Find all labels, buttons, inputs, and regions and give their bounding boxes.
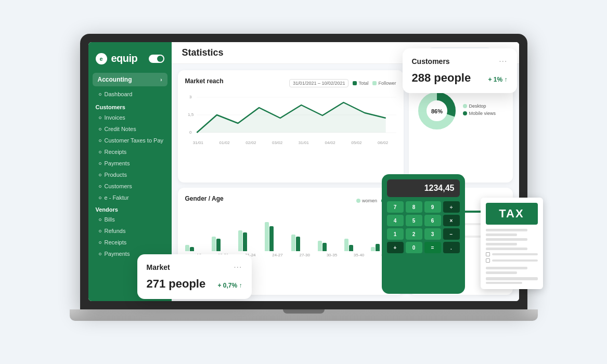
market-reach-chart: 3 1,5 0 bbox=[185, 92, 396, 139]
sidebar-item-invoices[interactable]: Invoices bbox=[88, 112, 172, 123]
sidebar-item-products[interactable]: Products bbox=[88, 169, 172, 180]
laptop-notch bbox=[283, 309, 325, 314]
svg-text:86%: 86% bbox=[431, 108, 442, 114]
calc-btn-7: 7 bbox=[387, 201, 404, 213]
donut-container: 86% Desktop Mobile views bbox=[416, 90, 506, 132]
logo-text: equip bbox=[111, 53, 138, 64]
sidebar-item-payments[interactable]: Payments bbox=[88, 158, 172, 169]
sidebar-item-receipts-vendor[interactable]: Receipts bbox=[88, 237, 172, 248]
sidebar-item-bills[interactable]: Bills bbox=[88, 214, 172, 225]
tax-header: TAX bbox=[486, 203, 538, 225]
bar-chart bbox=[185, 210, 396, 251]
svg-text:3: 3 bbox=[189, 95, 192, 99]
calc-btn-5: 5 bbox=[406, 215, 422, 226]
market-card-change: + 0,7% ↑ bbox=[217, 282, 242, 289]
market-floating-card: Market ··· 271 people + 0,7% ↑ bbox=[137, 254, 252, 299]
sidebar-logo: e equip bbox=[88, 48, 172, 71]
calc-btn-4: 4 bbox=[387, 215, 404, 226]
calc-btn-0: 0 bbox=[406, 242, 422, 253]
svg-text:1,5: 1,5 bbox=[188, 112, 194, 117]
market-card-menu[interactable]: ··· bbox=[234, 263, 242, 272]
dot-icon bbox=[99, 218, 101, 221]
dot-icon bbox=[99, 139, 101, 142]
calculator-illustration: 1234,45 7 8 9 ÷ 4 5 6 × 1 2 3 − + 0 = . bbox=[382, 174, 475, 309]
calc-btn-1: 1 bbox=[387, 228, 404, 240]
tax-line-2 bbox=[486, 233, 517, 236]
dot-icon bbox=[99, 230, 101, 232]
dot-icon bbox=[99, 151, 101, 153]
calc-btn-9: 9 bbox=[424, 201, 441, 213]
sidebar-item-credit-notes[interactable]: Credit Notes bbox=[88, 123, 172, 135]
laptop-base bbox=[70, 309, 538, 321]
donut-legend: Desktop Mobile views bbox=[463, 103, 496, 118]
calc-screen: 1234,45 bbox=[387, 179, 460, 197]
vendors-group-label: Vendors bbox=[88, 203, 172, 214]
calc-btn-6: 6 bbox=[424, 215, 441, 226]
chart-legend: Total Follower bbox=[353, 81, 396, 86]
dot-icon bbox=[99, 128, 101, 131]
dot-icon bbox=[99, 162, 101, 165]
tax-line-1 bbox=[486, 229, 527, 231]
laptop-container: Customers ··· 288 people + 1% ↑ Market ·… bbox=[70, 34, 538, 341]
tax-line-7 bbox=[486, 271, 517, 274]
sidebar-item-dashboard[interactable]: Dashboard bbox=[88, 88, 172, 100]
tax-line-4 bbox=[486, 243, 517, 245]
dot-icon bbox=[99, 241, 101, 244]
tax-checkbox-area bbox=[486, 252, 538, 263]
dot-icon bbox=[99, 185, 101, 188]
logo-icon: e bbox=[96, 53, 107, 64]
customers-group-label: Customers bbox=[88, 100, 172, 112]
market-card-title: Market bbox=[147, 263, 170, 271]
dot-icon bbox=[99, 253, 101, 255]
calc-btn-8: 8 bbox=[406, 201, 422, 213]
tax-line-5 bbox=[486, 248, 527, 250]
customers-card-title: Customers bbox=[412, 57, 450, 66]
calc-btn-3: 3 bbox=[424, 228, 441, 240]
market-card-value: 271 people bbox=[147, 277, 206, 291]
tax-line-6 bbox=[486, 267, 527, 269]
dot-icon bbox=[99, 93, 101, 96]
calc-btn-div: ÷ bbox=[443, 201, 460, 213]
customers-card-menu[interactable]: ··· bbox=[499, 57, 507, 66]
x-axis-labels: 31/0101/0202/0203/02 31/0104/0205/0206/0… bbox=[185, 140, 396, 145]
sidebar-item-efaktur[interactable]: e - Faktur bbox=[88, 192, 172, 203]
page-title: Statistics bbox=[182, 47, 224, 58]
chevron-right-icon: › bbox=[160, 77, 162, 83]
date-range[interactable]: 31/01/2021 – 10/02/2021 bbox=[289, 79, 348, 87]
sidebar-item-customer-taxes[interactable]: Customer Taxes to Pay bbox=[88, 135, 172, 146]
tax-line-3 bbox=[486, 238, 527, 241]
accounting-section[interactable]: Accounting › bbox=[93, 73, 167, 86]
market-reach-card: Market reach 31/01/2021 – 10/02/2021 Tot… bbox=[178, 70, 404, 183]
dot-icon bbox=[99, 116, 101, 119]
calc-btn-eq: = bbox=[424, 242, 441, 253]
sidebar-item-refunds[interactable]: Refunds bbox=[88, 225, 172, 237]
dot-icon bbox=[99, 174, 101, 176]
customers-floating-card: Customers ··· 288 people + 1% ↑ bbox=[403, 48, 517, 93]
calc-btn-mul: × bbox=[443, 215, 460, 226]
calc-btn-sub: − bbox=[443, 228, 460, 240]
customers-card-change: + 1% ↑ bbox=[488, 76, 507, 83]
calc-buttons: 7 8 9 ÷ 4 5 6 × 1 2 3 − + 0 = . bbox=[387, 201, 460, 253]
calc-btn-2: 2 bbox=[406, 228, 422, 240]
dot-icon bbox=[99, 197, 101, 199]
toggle-switch[interactable] bbox=[149, 55, 164, 63]
market-reach-title: Market reach bbox=[185, 77, 224, 85]
svg-text:0: 0 bbox=[189, 130, 192, 135]
tax-document-illustration: TAX bbox=[481, 198, 553, 312]
calc-btn-add: + bbox=[387, 242, 404, 253]
calc-btn-dot: . bbox=[443, 242, 460, 253]
gender-age-title: Gender / Age bbox=[185, 195, 224, 202]
sidebar-item-receipts[interactable]: Receipts bbox=[88, 146, 172, 158]
customers-card-value: 288 people bbox=[412, 71, 471, 85]
sidebar-item-customers[interactable]: Customers bbox=[88, 180, 172, 192]
